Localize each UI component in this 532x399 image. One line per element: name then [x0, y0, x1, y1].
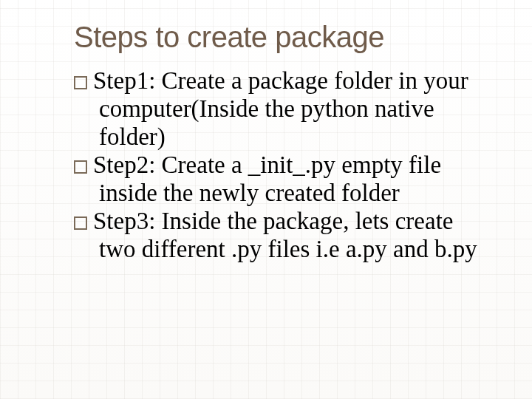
item-text: Step1: Create a package folder in your c… [93, 67, 468, 150]
slide: Steps to create package Step1: Create a … [0, 0, 532, 399]
square-bullet-icon [74, 160, 87, 174]
slide-title: Steps to create package [74, 21, 488, 54]
square-bullet-icon [74, 76, 87, 89]
slide-body: Step1: Create a package folder in your c… [74, 67, 488, 264]
list-item: Step1: Create a package folder in your c… [74, 67, 488, 151]
item-text: Step2: Create a _init_.py empty file ins… [93, 151, 441, 206]
list-item: Step3: Inside the package, lets create t… [74, 208, 488, 264]
item-text: Step3: Inside the package, lets create t… [93, 208, 477, 262]
square-bullet-icon [74, 216, 87, 230]
list-item: Step2: Create a _init_.py empty file ins… [74, 151, 488, 208]
